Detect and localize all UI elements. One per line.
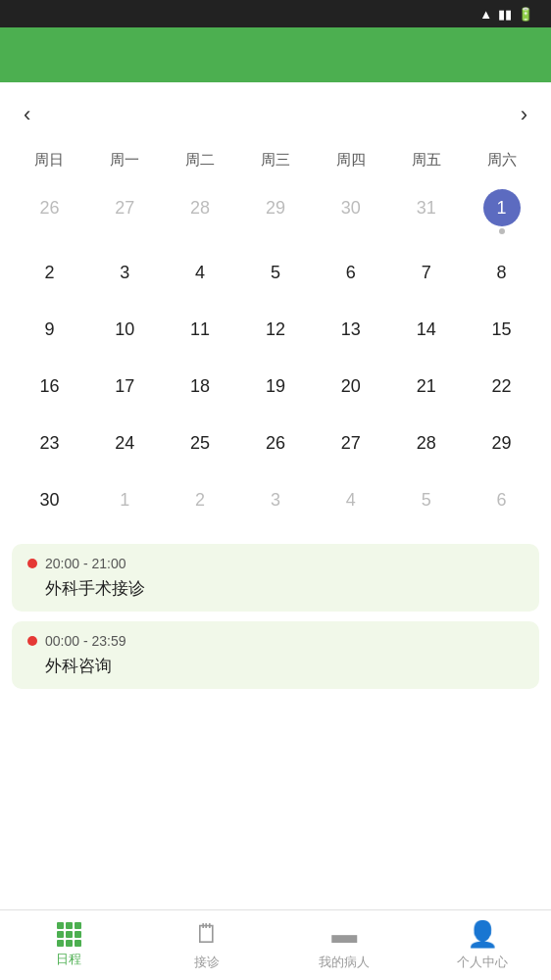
event-status-dot [27,559,37,568]
nav-label-schedule: 日程 [56,951,81,968]
day-cell[interactable]: 22 [464,358,539,415]
battery-icon: 🔋 [518,7,533,22]
event-time-text: 20:00 - 21:00 [45,556,126,571]
event-title: 外科手术接诊 [45,577,524,600]
day-cell[interactable]: 24 [87,415,163,471]
day-cell[interactable]: 8 [464,244,539,301]
day-cell[interactable]: 20 [313,358,388,415]
day-cell[interactable]: 23 [12,415,87,471]
day-cell[interactable]: 26 [238,415,314,471]
day-cell[interactable]: 5 [238,244,314,301]
weekday-mon: 周一 [87,147,163,173]
calendar: ‹ › 周日 周一 周二 周三 周四 周五 周六 262728293031123… [0,82,551,536]
wifi-icon: ▲ [479,7,492,22]
day-cell[interactable]: 25 [163,415,238,471]
nav-item-patients[interactable]: ▬ 我的病人 [276,919,414,971]
day-cell[interactable]: 18 [163,358,238,415]
day-cell[interactable]: 5 [388,471,464,528]
day-cell[interactable]: 6 [464,471,539,528]
weekday-sun: 周日 [12,147,87,173]
day-cell[interactable]: 26 [12,179,87,244]
day-cell[interactable]: 10 [87,301,163,358]
event-card[interactable]: 20:00 - 21:00外科手术接诊 [12,544,539,612]
day-cell[interactable]: 4 [163,244,238,301]
day-cell[interactable]: 3 [238,471,314,528]
day-cell[interactable]: 6 [313,244,388,301]
nav-item-profile[interactable]: 👤 个人中心 [414,919,552,971]
profile-icon: 👤 [467,919,498,950]
prev-month-button[interactable]: ‹ [12,98,42,131]
day-cell[interactable]: 1 [87,471,163,528]
weekday-thu: 周四 [313,147,388,173]
weekday-fri: 周五 [388,147,464,173]
day-cell[interactable]: 28 [388,415,464,471]
next-month-button[interactable]: › [509,98,539,131]
patients-icon: ▬ [331,919,357,950]
day-cell[interactable]: 14 [388,301,464,358]
nav-label-profile: 个人中心 [457,954,508,971]
weekday-tue: 周二 [163,147,238,173]
bottom-navigation: 日程 🗒 接诊 ▬ 我的病人 👤 个人中心 [0,909,551,980]
day-cell[interactable]: 19 [238,358,314,415]
nav-item-reception[interactable]: 🗒 接诊 [138,919,276,971]
day-cell[interactable]: 17 [87,358,163,415]
app-header [0,27,551,82]
day-cell[interactable]: 11 [163,301,238,358]
status-bar: ▲ ▮▮ 🔋 [0,0,551,27]
day-cell[interactable]: 27 [313,415,388,471]
day-cell[interactable]: 1 [464,179,539,244]
day-cell[interactable]: 29 [238,179,314,244]
day-cell[interactable]: 30 [313,179,388,244]
signal-icon: ▮▮ [498,7,512,22]
day-cell[interactable]: 31 [388,179,464,244]
day-cell[interactable]: 16 [12,358,87,415]
day-cell[interactable]: 13 [313,301,388,358]
event-title: 外科咨询 [45,655,524,677]
day-cell[interactable]: 2 [12,244,87,301]
day-cell[interactable]: 28 [163,179,238,244]
days-grid: 2627282930311234567891011121314151617181… [12,179,539,528]
event-card[interactable]: 00:00 - 23:59外科咨询 [12,621,539,689]
day-cell[interactable]: 27 [87,179,163,244]
weekday-sat: 周六 [464,147,539,173]
status-icons: ▲ ▮▮ 🔋 [479,7,539,22]
day-cell[interactable]: 7 [388,244,464,301]
nav-label-patients: 我的病人 [319,954,370,971]
month-navigation: ‹ › [12,98,539,131]
day-cell[interactable]: 12 [238,301,314,358]
event-time-row: 20:00 - 21:00 [27,556,524,571]
day-cell[interactable]: 4 [313,471,388,528]
nav-label-reception: 接诊 [194,954,220,971]
weekday-wed: 周三 [238,147,314,173]
schedule-list: 20:00 - 21:00外科手术接诊00:00 - 23:59外科咨询 [0,536,551,707]
day-cell[interactable]: 9 [12,301,87,358]
day-cell[interactable]: 30 [12,471,87,528]
day-cell[interactable]: 29 [464,415,539,471]
grid-icon [57,922,81,947]
day-cell[interactable]: 21 [388,358,464,415]
event-time-row: 00:00 - 23:59 [27,633,524,649]
weekday-header: 周日 周一 周二 周三 周四 周五 周六 [12,147,539,173]
event-status-dot [27,636,37,646]
day-cell[interactable]: 15 [464,301,539,358]
event-time-text: 00:00 - 23:59 [45,633,126,649]
day-cell[interactable]: 3 [87,244,163,301]
event-indicator-dot [499,228,505,234]
doc-icon: 🗒 [194,919,220,950]
day-cell[interactable]: 2 [163,471,238,528]
nav-item-schedule[interactable]: 日程 [0,922,138,968]
